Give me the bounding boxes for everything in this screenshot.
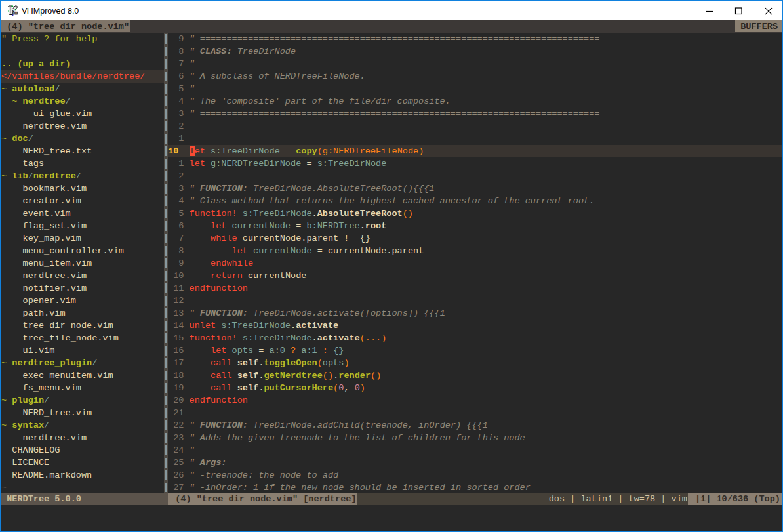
svg-text:im: im [12,10,18,16]
